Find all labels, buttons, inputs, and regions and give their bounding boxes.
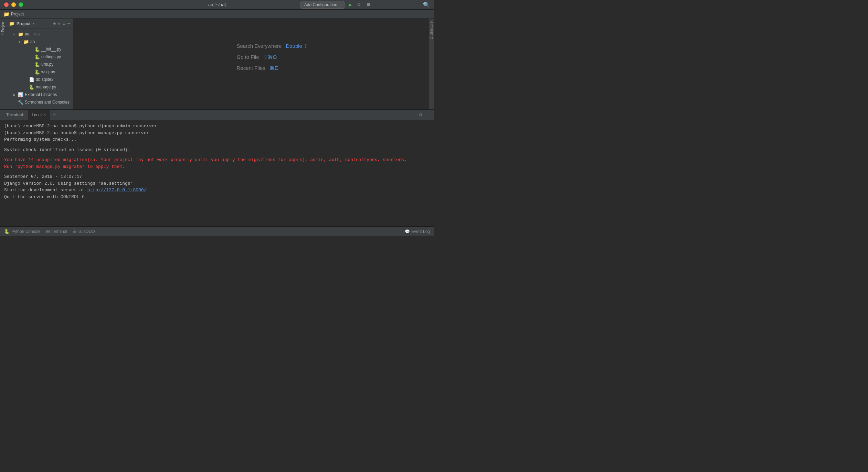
status-todo[interactable]: ☰ 6: TODO bbox=[73, 229, 95, 234]
tree-label-settings: settings.py bbox=[41, 54, 61, 59]
project-chevron-icon[interactable]: ▾ bbox=[33, 22, 35, 26]
tree-label-ext-libs: External Libraries bbox=[25, 92, 57, 97]
settings-icon[interactable]: ⚙ bbox=[63, 21, 65, 26]
maximize-button[interactable] bbox=[19, 2, 23, 7]
terminal-tab-header: Terminal: bbox=[3, 110, 28, 120]
quick-help-recent: Recent Files ⌘E bbox=[236, 65, 308, 71]
editor-area: Search Everywhere Double ⇧ Go to File ⇧⌘… bbox=[73, 19, 428, 109]
window-title: aa [~/aa] bbox=[208, 2, 226, 7]
project-header: 📁 Project ▾ ⊕ ⇔ ⚙ — bbox=[6, 19, 73, 29]
add-terminal-tab-button[interactable]: + bbox=[50, 110, 59, 119]
left-sidebar-icons: 1: Project bbox=[0, 19, 6, 109]
folder-icon: 📁 bbox=[9, 21, 14, 26]
add-configuration-button[interactable]: Add Configuration... bbox=[300, 1, 345, 9]
tree-item-settings[interactable]: 🐍 settings.py bbox=[6, 53, 73, 61]
collapse-all-icon[interactable]: ⇔ bbox=[58, 21, 61, 26]
run-button[interactable]: ▶ bbox=[347, 1, 353, 9]
todo-icon: ☰ bbox=[73, 229, 77, 234]
app-bar: 📁 Project bbox=[0, 10, 434, 19]
terminal-line-8: Run 'python manage.py migrate' to apply … bbox=[4, 163, 430, 170]
tree-label-manage: manage.py bbox=[36, 85, 56, 89]
tree-item-aa-sub[interactable]: ▾ 📁 aa bbox=[6, 38, 73, 45]
ext-libs-icon: 📊 bbox=[18, 92, 23, 97]
tree-item-manage[interactable]: 🐍 manage.py bbox=[6, 83, 73, 91]
terminal-line-11: Django version 2.0, using settings 'aa.s… bbox=[4, 180, 430, 187]
tree-item-urls[interactable]: 🐍 urls.py bbox=[6, 61, 73, 68]
terminal-tabs: Terminal: Local ✕ + ⚙ — bbox=[0, 110, 434, 120]
search-everywhere-keys: Double ⇧ bbox=[286, 43, 308, 49]
tree-label-scratches: Scratches and Consoles bbox=[25, 100, 70, 105]
goto-file-keys: ⇧⌘O bbox=[263, 54, 277, 60]
close-button[interactable] bbox=[4, 2, 9, 7]
sidebar-item-project[interactable]: 1: Project bbox=[0, 20, 6, 37]
tree-label-aa-sub: aa bbox=[30, 39, 35, 44]
folder-aa-root-icon: 📁 bbox=[18, 32, 23, 37]
tree-label-init: __init__.py bbox=[41, 47, 61, 52]
hide-panel-icon[interactable]: — bbox=[67, 21, 70, 26]
bottom-panel: Terminal: Local ✕ + ⚙ — (base) zoudeMBP-… bbox=[0, 109, 434, 226]
terminal-content: (base) zoudeMBP-2:aa houbo$ python djang… bbox=[0, 120, 434, 226]
search-everywhere-icon[interactable]: 🔍 bbox=[423, 1, 430, 8]
server-url-link[interactable]: http://127.0.0.1:8000/ bbox=[87, 187, 147, 193]
stop-button[interactable]: ⏹ bbox=[364, 1, 372, 8]
tree-item-ext-libs[interactable]: ▶ 📊 External Libraries bbox=[6, 91, 73, 98]
tree-arrow-aa-root: ▾ bbox=[13, 32, 17, 36]
event-log-label: Event Log bbox=[411, 229, 430, 234]
terminal-line-6 bbox=[4, 153, 430, 157]
tree-item-aa-root[interactable]: ▾ 📁 aa ~/aa bbox=[6, 30, 73, 38]
project-panel-title: Project bbox=[17, 21, 31, 26]
sidebar-item-structure[interactable]: 2: Structure bbox=[429, 20, 434, 41]
terminal-line-2: (base) zoudeMBP-2:aa houbo$ python manag… bbox=[4, 130, 430, 137]
terminal-line-3: Performing system checks... bbox=[4, 136, 430, 143]
terminal-settings-icon[interactable]: ⚙ bbox=[417, 112, 424, 118]
tree-item-wsgi[interactable]: 🐍 wsgi.py bbox=[6, 68, 73, 76]
tree-arrow-aa-sub: ▾ bbox=[19, 40, 22, 44]
py-manage-icon: 🐍 bbox=[29, 85, 34, 90]
terminal-line-1: (base) zoudeMBP-2:aa houbo$ python djang… bbox=[4, 123, 430, 130]
tree-arrow-ext-libs: ▶ bbox=[13, 93, 17, 97]
status-python-console[interactable]: 🐍 Python Console bbox=[4, 229, 41, 234]
todo-label: 6: TODO bbox=[78, 229, 95, 234]
terminal-tab-close-icon[interactable]: ✕ bbox=[43, 112, 46, 117]
recent-files-label: Recent Files bbox=[236, 65, 265, 71]
py-settings-icon: 🐍 bbox=[34, 54, 40, 60]
locate-file-icon[interactable]: ⊕ bbox=[53, 21, 56, 26]
right-sidebar-icons: 2: Structure bbox=[428, 19, 434, 109]
tree-label-wsgi: wsgi.py bbox=[41, 69, 55, 74]
python-console-label: Python Console bbox=[11, 229, 41, 234]
py-wsgi-icon: 🐍 bbox=[34, 69, 40, 75]
statusbar-right: 💬 Event Log bbox=[405, 229, 430, 234]
terminal-tab-local-label: Local bbox=[32, 112, 42, 117]
search-everywhere-label: Search Everywhere bbox=[236, 43, 282, 49]
tree-item-db[interactable]: 📄 db.sqlite3 bbox=[6, 76, 73, 83]
tree-label-urls: urls.py bbox=[41, 62, 53, 67]
terminal-tab-header-label: Terminal: bbox=[6, 112, 24, 117]
event-log-icon: 💬 bbox=[405, 229, 410, 234]
terminal-line-10: September 07, 2019 - 13:07:17 bbox=[4, 173, 430, 180]
terminal-line-5: System check identified no issues (0 sil… bbox=[4, 147, 430, 153]
terminal-status-label: Terminal bbox=[52, 229, 67, 234]
terminal-line-13: Quit the server with CONTROL-C. bbox=[4, 194, 430, 201]
quick-help-goto: Go to File ⇧⌘O bbox=[236, 54, 308, 60]
terminal-tab-local[interactable]: Local ✕ bbox=[28, 110, 50, 120]
minimize-button[interactable] bbox=[11, 2, 16, 7]
titlebar: aa [~/aa] Add Configuration... ▶ ⚙ ⏹ 🔍 bbox=[0, 0, 434, 10]
quick-help-search: Search Everywhere Double ⇧ bbox=[236, 43, 308, 49]
window-controls bbox=[4, 2, 23, 7]
tree-item-init[interactable]: 🐍 __init__.py bbox=[6, 45, 73, 53]
build-button[interactable]: ⚙ bbox=[356, 1, 362, 8]
db-icon: 📄 bbox=[29, 77, 34, 82]
goto-file-label: Go to File bbox=[236, 54, 259, 60]
event-log-button[interactable]: 💬 Event Log bbox=[405, 229, 430, 234]
tree-item-scratches[interactable]: 🔧 Scratches and Consoles bbox=[6, 98, 73, 106]
terminal-minimize-icon[interactable]: — bbox=[424, 112, 431, 118]
status-terminal[interactable]: ⊞ Terminal bbox=[46, 229, 67, 234]
terminal-line-9 bbox=[4, 170, 430, 173]
folder-aa-sub-icon: 📁 bbox=[23, 39, 29, 44]
py-urls-icon: 🐍 bbox=[34, 62, 40, 67]
terminal-header-actions: ⚙ — bbox=[417, 112, 431, 118]
tree-label-aa-root: aa ~/aa bbox=[25, 32, 40, 36]
python-console-icon: 🐍 bbox=[4, 229, 10, 234]
terminal-line-12: Starting development server at http://12… bbox=[4, 187, 430, 194]
quick-help-overlay: Search Everywhere Double ⇧ Go to File ⇧⌘… bbox=[236, 43, 308, 76]
